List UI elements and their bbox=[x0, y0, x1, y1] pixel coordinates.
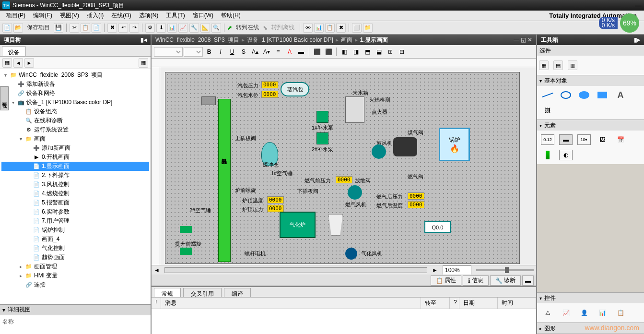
tool-line[interactable] bbox=[541, 90, 554, 100]
menu-online[interactable]: 在线(O) bbox=[107, 11, 135, 21]
bold-button[interactable]: B bbox=[204, 47, 214, 57]
hmi-canvas[interactable]: 提升机 汽包压力 0000 汽包水位 0000 蒸汽包 来水箱 火焰检测 点火器… bbox=[165, 72, 520, 264]
tool-text[interactable]: A bbox=[614, 90, 627, 100]
scroll-right[interactable]: ► bbox=[432, 267, 438, 274]
menu-options[interactable]: 选项(N) bbox=[135, 11, 163, 21]
delete-button[interactable]: ✖ bbox=[107, 23, 117, 33]
save-icon[interactable]: 💾 bbox=[54, 23, 63, 33]
gas-post-temp-value[interactable]: 0000 bbox=[408, 201, 424, 208]
gas-blower-shape[interactable] bbox=[345, 248, 357, 260]
editor-maximize[interactable]: ◱ bbox=[521, 36, 526, 43]
tree-item[interactable]: ▾📺设备_1 [KTP1000 Basic color DP] bbox=[1, 98, 149, 107]
menu-edit[interactable]: 编辑(E) bbox=[29, 11, 56, 21]
drum-press-value[interactable]: 0000 bbox=[261, 81, 278, 88]
tb-btn-1[interactable]: 📊 bbox=[167, 23, 177, 33]
section-elements[interactable]: ▾元素 bbox=[537, 120, 644, 131]
paste-button[interactable]: 📄 bbox=[92, 23, 101, 33]
group-button[interactable]: ⊞ bbox=[385, 47, 396, 57]
drum-level-value[interactable]: 0000 bbox=[261, 91, 278, 98]
copy-button[interactable]: 📋 bbox=[81, 23, 90, 33]
detail-view-header[interactable]: ▾ 详细视图 bbox=[0, 304, 151, 315]
water-tank[interactable] bbox=[345, 96, 364, 123]
tb-btn-8[interactable]: 📋 bbox=[325, 23, 335, 33]
tree-item[interactable]: 📄锅炉控制 bbox=[1, 226, 149, 235]
tb-btn-11[interactable]: 📁 bbox=[363, 23, 373, 33]
toolbox-minimize[interactable]: ▮▸ bbox=[634, 36, 640, 43]
tool-symbolic[interactable]: 10▾ bbox=[577, 134, 591, 145]
section-basic[interactable]: ▾基本对象 bbox=[537, 75, 644, 86]
tree-item[interactable]: 📄1.显示画面 bbox=[1, 162, 149, 171]
menu-help[interactable]: 帮助(H) bbox=[217, 11, 245, 21]
compile-button[interactable]: ⚙ bbox=[145, 23, 155, 33]
cut-button[interactable]: ✂ bbox=[70, 23, 79, 33]
hopper[interactable] bbox=[328, 214, 343, 236]
tool-ellipse-outline[interactable] bbox=[559, 90, 573, 100]
steam-drum[interactable]: 蒸汽包 bbox=[281, 82, 309, 96]
motor-1[interactable] bbox=[180, 226, 192, 233]
align-1[interactable]: ⬛ bbox=[312, 47, 322, 57]
section-graphics[interactable]: ▸图形 bbox=[537, 323, 644, 334]
tree-item[interactable]: 📄7.用户管理 bbox=[1, 216, 149, 226]
tool-image[interactable]: 🖼 bbox=[541, 105, 554, 116]
gas-post-press-value[interactable]: 0000 bbox=[408, 192, 424, 200]
menu-insert[interactable]: 插入(I) bbox=[83, 11, 107, 21]
gas-fan-shape[interactable] bbox=[348, 185, 362, 200]
open-button[interactable]: 📂 bbox=[13, 23, 23, 33]
ctrl-trend[interactable]: 📈 bbox=[559, 308, 573, 318]
italic-button[interactable]: I bbox=[215, 47, 226, 57]
log-tab-general[interactable]: 常规 bbox=[154, 288, 181, 297]
top-temp-value[interactable]: 0000 bbox=[267, 196, 284, 203]
opt-1[interactable]: ▦ bbox=[539, 60, 549, 70]
tb-btn-10[interactable]: ⬜ bbox=[352, 23, 362, 33]
ctrl-5[interactable]: 📋 bbox=[614, 308, 627, 318]
tree-item[interactable]: 📄趋势画面 bbox=[1, 253, 149, 262]
combustor[interactable] bbox=[393, 137, 417, 156]
tab-properties[interactable]: 📋 属性 bbox=[431, 275, 461, 286]
font-size-select[interactable] bbox=[184, 47, 203, 57]
tree-item[interactable]: 📄2.下料操作 bbox=[1, 171, 149, 180]
tool-graphic-io[interactable]: 🖼 bbox=[596, 134, 609, 145]
zoom-slider[interactable] bbox=[476, 269, 534, 271]
editor-minimize[interactable]: — bbox=[514, 36, 519, 43]
tab-diagnostics[interactable]: 🔧 诊断 bbox=[490, 275, 521, 286]
tree-item[interactable]: ▸📁HMI 变量 bbox=[1, 271, 149, 280]
opt-3[interactable]: ▥ bbox=[568, 60, 577, 70]
log-tab-xref[interactable]: 交叉引用 bbox=[183, 288, 222, 297]
log-tab-compile[interactable]: 编译 bbox=[224, 288, 251, 297]
log-table[interactable]: ! 消息 转至 ? 日期 时间 bbox=[152, 298, 536, 334]
tree-nav-back[interactable]: ◄ bbox=[13, 58, 23, 68]
fan-shape[interactable] bbox=[372, 144, 386, 159]
tree-item[interactable]: 📄5.报警画面 bbox=[1, 198, 149, 207]
tree-item[interactable]: 🔗连接 bbox=[1, 280, 149, 289]
tool-ellipse-filled[interactable] bbox=[577, 90, 591, 100]
tb-btn-5[interactable]: 🔍 bbox=[211, 23, 221, 33]
ctrl-recipe[interactable]: 📊 bbox=[596, 308, 609, 318]
top-motor[interactable] bbox=[201, 96, 216, 105]
tree-item[interactable]: 📄3.风机控制 bbox=[1, 180, 149, 189]
motor-2[interactable] bbox=[180, 248, 192, 255]
tree-item[interactable]: 📄画面_4 bbox=[1, 235, 149, 244]
ctrl-alarm[interactable]: ⚠ bbox=[541, 308, 554, 318]
tb-btn-4[interactable]: 📐 bbox=[200, 23, 210, 33]
tree-minimize-button[interactable]: ▮◂ bbox=[141, 36, 147, 43]
menu-project[interactable]: 项目(P) bbox=[2, 11, 29, 21]
zoom-input[interactable] bbox=[443, 265, 471, 275]
ungroup-button[interactable]: ⊟ bbox=[397, 47, 407, 57]
tree-item[interactable]: 🔍在线和诊断 bbox=[1, 116, 149, 125]
fill-color[interactable]: ▬ bbox=[296, 47, 306, 57]
tree-item[interactable]: ➕添加新画面 bbox=[1, 143, 149, 153]
project-tree[interactable]: ▾📁WinCC_flexible_2008_SP3_项目➕添加新设备🔗设备和网络… bbox=[0, 69, 151, 304]
go-online-button[interactable]: 转到在线 bbox=[234, 24, 261, 32]
download-button[interactable]: ⬇ bbox=[156, 23, 166, 33]
tab-info[interactable]: ℹ 信息 bbox=[463, 275, 489, 286]
tree-view-button[interactable]: ▦ bbox=[139, 58, 148, 68]
tb-btn-7[interactable]: 📊 bbox=[314, 23, 324, 33]
tb-btn-9[interactable]: ✖ bbox=[336, 23, 346, 33]
new-button[interactable]: 📄 bbox=[2, 23, 12, 33]
font-family-select[interactable] bbox=[154, 47, 183, 57]
tree-item[interactable]: ▾📁WinCC_flexible_2008_SP3_项目 bbox=[1, 71, 149, 80]
tree-nav-1[interactable]: ▦ bbox=[2, 58, 12, 68]
layer-3[interactable]: ⬒ bbox=[362, 47, 373, 57]
editor-close[interactable]: ✕ bbox=[527, 36, 532, 43]
save-project-button[interactable]: 保存项目 bbox=[24, 24, 52, 32]
